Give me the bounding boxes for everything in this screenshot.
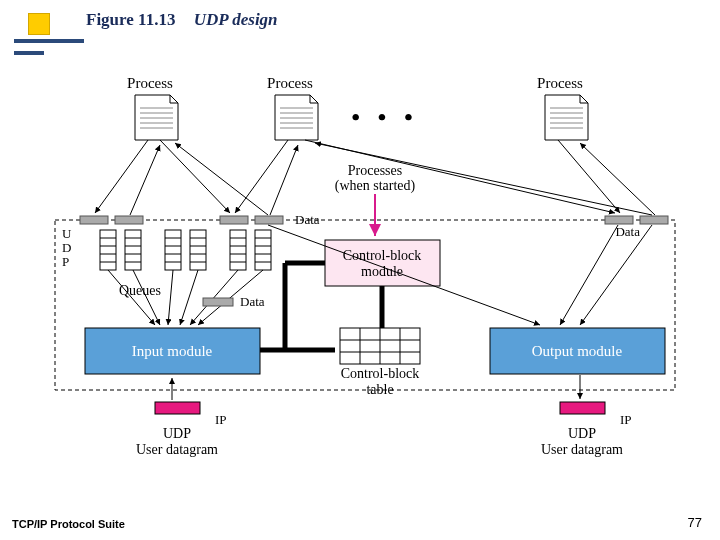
control-block-module-label: Control-block bbox=[343, 248, 422, 263]
processes-when-started-label: Processes bbox=[348, 163, 402, 178]
svg-line-64 bbox=[168, 270, 173, 325]
svg-line-26 bbox=[270, 145, 298, 215]
process-label-1: Process bbox=[127, 75, 173, 91]
figure-number: Figure 11.13 bbox=[86, 10, 175, 29]
control-block-table-icon bbox=[340, 328, 420, 364]
ellipsis-icon: • • • bbox=[351, 104, 418, 130]
data-slot-icon bbox=[80, 216, 108, 224]
control-block-module-box bbox=[325, 240, 440, 286]
svg-rect-32 bbox=[100, 230, 116, 270]
svg-line-81 bbox=[580, 225, 652, 325]
document-icon-3 bbox=[545, 95, 588, 140]
footer-source: TCP/IP Protocol Suite bbox=[12, 518, 125, 530]
svg-rect-52 bbox=[230, 230, 246, 270]
page-number: 77 bbox=[688, 515, 702, 530]
control-block-table-label: Control-block bbox=[341, 366, 420, 381]
figure-subject: UDP design bbox=[194, 10, 278, 29]
svg-rect-57 bbox=[255, 230, 271, 270]
udp-side-label: U bbox=[62, 226, 72, 241]
queues-icon bbox=[100, 230, 271, 270]
svg-text:(when started): (when started) bbox=[335, 178, 416, 194]
document-icon-2 bbox=[275, 95, 318, 140]
svg-line-80 bbox=[560, 225, 618, 325]
svg-line-25 bbox=[235, 140, 288, 213]
svg-rect-68 bbox=[203, 298, 233, 306]
process-label-3: Process bbox=[537, 75, 583, 91]
udp-design-diagram: U D P Process Process Process • • • bbox=[40, 70, 690, 470]
user-datagram-label-1: User datagram bbox=[136, 442, 218, 457]
slide-title: Figure 11.13 UDP design bbox=[86, 10, 278, 30]
data-label-center: Data bbox=[240, 294, 265, 309]
svg-rect-19 bbox=[255, 216, 283, 224]
ip-bar-icon bbox=[155, 402, 200, 414]
user-datagram-label-2: User datagram bbox=[541, 442, 623, 457]
svg-rect-21 bbox=[640, 216, 668, 224]
arrow-icon bbox=[95, 140, 148, 213]
svg-rect-83 bbox=[560, 402, 605, 414]
document-icon-1 bbox=[135, 95, 178, 140]
svg-line-65 bbox=[180, 270, 198, 325]
udp-label-2: UDP bbox=[568, 426, 596, 441]
svg-rect-42 bbox=[165, 230, 181, 270]
ip-label-1: IP bbox=[215, 412, 227, 427]
svg-rect-17 bbox=[115, 216, 143, 224]
svg-rect-37 bbox=[125, 230, 141, 270]
svg-text:table: table bbox=[366, 382, 393, 397]
process-label-2: Process bbox=[267, 75, 313, 91]
svg-text:D: D bbox=[62, 240, 71, 255]
svg-text:module: module bbox=[361, 264, 403, 279]
data-label-3: Data bbox=[615, 224, 640, 239]
svg-line-23 bbox=[160, 140, 230, 213]
svg-rect-18 bbox=[220, 216, 248, 224]
svg-rect-20 bbox=[605, 216, 633, 224]
svg-line-22 bbox=[130, 145, 160, 215]
output-module-label: Output module bbox=[532, 343, 623, 359]
ip-label-2: IP bbox=[620, 412, 632, 427]
svg-rect-47 bbox=[190, 230, 206, 270]
slide-bullet-decor bbox=[14, 5, 54, 55]
svg-text:P: P bbox=[62, 254, 69, 269]
udp-label-1: UDP bbox=[163, 426, 191, 441]
data-label-1: Data bbox=[295, 212, 320, 227]
input-module-label: Input module bbox=[132, 343, 213, 359]
